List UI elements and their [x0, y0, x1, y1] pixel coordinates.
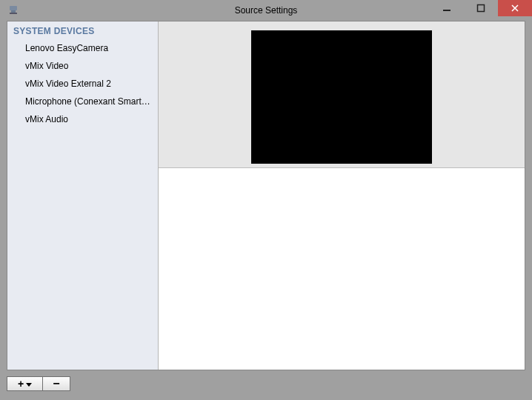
- minimize-button[interactable]: [430, 0, 464, 16]
- sidebar-item-label: vMix Video External 2: [25, 79, 111, 89]
- sidebar-item-label: Microphone (Conexant SmartAudio): [25, 96, 158, 107]
- sidebar-item-label: Lenovo EasyCamera: [25, 43, 108, 53]
- sidebar-item-microphone[interactable]: Microphone (Conexant SmartAudio): [7, 93, 158, 110]
- titlebar: Source Settings: [0, 0, 532, 21]
- sidebar-list: Lenovo EasyCamera vMix Video vMix Video …: [7, 39, 158, 128]
- bottom-toolbar: + −: [7, 376, 70, 394]
- sidebar: SYSTEM DEVICES Lenovo EasyCamera vMix Vi…: [7, 21, 159, 370]
- app-icon: [7, 4, 19, 16]
- video-preview: [251, 30, 432, 164]
- svg-rect-0: [10, 6, 17, 10]
- main-panel: [159, 21, 525, 370]
- svg-rect-2: [10, 13, 17, 14]
- preview-area: [159, 21, 525, 168]
- chevron-down-icon: [26, 379, 32, 390]
- window-body: SYSTEM DEVICES Lenovo EasyCamera vMix Vi…: [7, 21, 525, 370]
- sidebar-header: SYSTEM DEVICES: [7, 21, 158, 39]
- close-button[interactable]: [498, 0, 532, 16]
- sidebar-item-vmix-video-ext2[interactable]: vMix Video External 2: [7, 75, 158, 93]
- window-controls: [430, 0, 532, 16]
- sidebar-item-label: vMix Audio: [25, 114, 68, 124]
- svg-rect-3: [443, 10, 450, 11]
- sidebar-item-label: vMix Video: [25, 61, 68, 71]
- plus-icon: +: [18, 379, 24, 389]
- sidebar-item-camera[interactable]: Lenovo EasyCamera: [7, 39, 158, 57]
- add-source-button[interactable]: +: [7, 376, 42, 391]
- minus-icon: −: [53, 381, 59, 387]
- window-title: Source Settings: [235, 5, 298, 16]
- sidebar-item-vmix-audio[interactable]: vMix Audio: [7, 110, 158, 128]
- detail-area: [159, 168, 525, 370]
- svg-rect-1: [11, 10, 16, 13]
- remove-source-button[interactable]: −: [42, 376, 70, 391]
- maximize-button[interactable]: [464, 0, 498, 16]
- svg-rect-4: [478, 5, 485, 12]
- sidebar-item-vmix-video[interactable]: vMix Video: [7, 57, 158, 75]
